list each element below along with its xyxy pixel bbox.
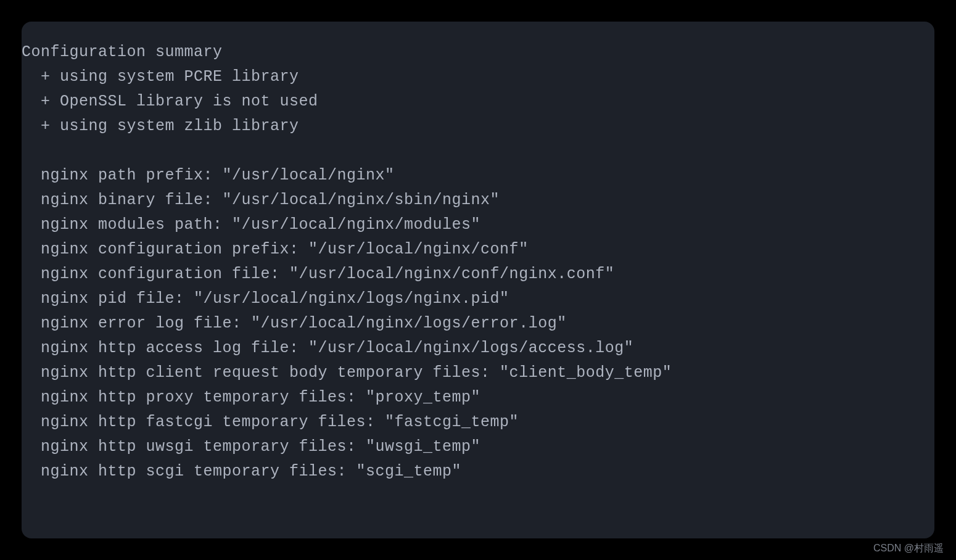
path-line: nginx path prefix: "/usr/local/nginx" (22, 167, 395, 184)
path-line: nginx http uwsgi temporary files: "uwsgi… (22, 438, 480, 456)
config-header: Configuration summary (22, 43, 223, 61)
path-line: nginx http scgi temporary files: "scgi_t… (22, 463, 461, 480)
library-line: + using system PCRE library (22, 68, 299, 86)
path-line: nginx error log file: "/usr/local/nginx/… (22, 315, 567, 332)
path-line: nginx binary file: "/usr/local/nginx/sbi… (22, 191, 500, 209)
library-line: + using system zlib library (22, 117, 299, 135)
path-line: nginx http proxy temporary files: "proxy… (22, 389, 480, 406)
path-line: nginx http fastcgi temporary files: "fas… (22, 413, 519, 431)
path-line: nginx http access log file: "/usr/local/… (22, 339, 633, 357)
path-line: nginx pid file: "/usr/local/nginx/logs/n… (22, 290, 509, 308)
terminal-window: Configuration summary + using system PCR… (22, 22, 934, 538)
path-line: nginx configuration prefix: "/usr/local/… (22, 241, 529, 258)
path-line: nginx modules path: "/usr/local/nginx/mo… (22, 216, 480, 234)
library-line: + OpenSSL library is not used (22, 93, 318, 110)
watermark: CSDN @村雨遥 (873, 542, 944, 555)
terminal-output: Configuration summary + using system PCR… (22, 40, 934, 484)
path-line: nginx http client request body temporary… (22, 364, 672, 382)
path-line: nginx configuration file: "/usr/local/ng… (22, 265, 614, 283)
